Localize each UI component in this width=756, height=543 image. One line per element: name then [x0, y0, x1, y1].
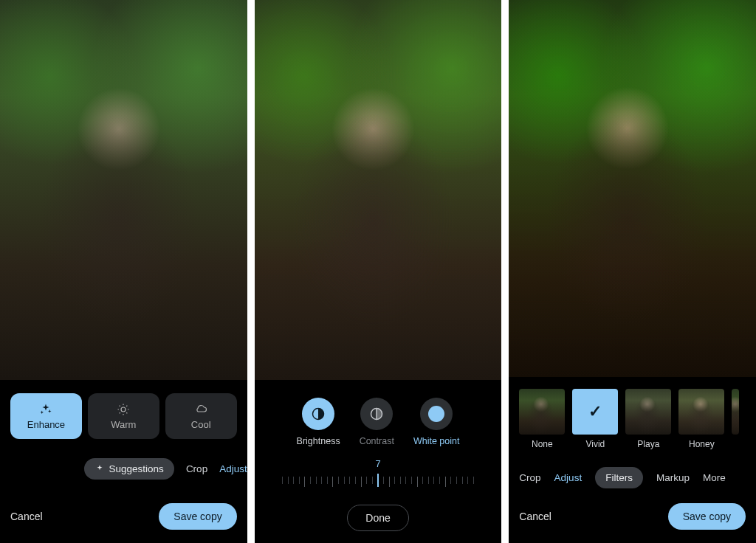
- filter-label: Honey: [689, 439, 715, 449]
- adjust-contrast[interactable]: Contrast: [360, 398, 394, 446]
- filter-thumbnails[interactable]: None ✓ Vivid Playa Honey: [509, 377, 756, 455]
- sparkle-icon: [94, 464, 105, 474]
- cancel-button[interactable]: Cancel: [10, 511, 43, 522]
- suggestion-cool[interactable]: Cool: [165, 393, 237, 439]
- suggestions-row: Enhance Warm Cool: [0, 380, 247, 449]
- tab-markup[interactable]: Markup: [656, 472, 690, 483]
- filter-thumb: [519, 389, 565, 435]
- slider-thumb[interactable]: [377, 474, 379, 487]
- filter-thumb: [625, 389, 671, 435]
- adjust-whitepoint[interactable]: White point: [413, 398, 460, 446]
- filter-thumb: [678, 389, 724, 435]
- filter-honey[interactable]: Honey: [678, 389, 724, 449]
- photo-preview[interactable]: [255, 0, 502, 380]
- tab-more[interactable]: More: [703, 472, 726, 483]
- phone-screen-filters: None ✓ Vivid Playa Honey Crop Adjust: [509, 0, 756, 543]
- suggestion-label: Warm: [111, 419, 136, 430]
- adjust-label: Brightness: [297, 436, 340, 446]
- footer-bar: Cancel Save copy: [0, 488, 247, 543]
- adjust-brightness[interactable]: Brightness: [297, 398, 340, 446]
- editor-tabs: Crop Adjust Filters Markup More: [509, 455, 756, 488]
- suggestion-label: Enhance: [27, 419, 65, 430]
- brightness-icon: [302, 398, 334, 430]
- filter-vivid[interactable]: ✓ Vivid: [572, 389, 618, 449]
- cancel-button[interactable]: Cancel: [519, 511, 551, 522]
- controls-panel: Enhance Warm Cool Suggestions: [0, 380, 247, 543]
- controls-panel: None ✓ Vivid Playa Honey Crop Adjust: [509, 377, 756, 543]
- phone-screen-suggestions: Enhance Warm Cool Suggestions: [0, 0, 247, 543]
- adjust-label: White point: [413, 436, 460, 446]
- tab-adjust[interactable]: Adjust: [554, 472, 583, 483]
- adjust-label: Contrast: [360, 436, 394, 446]
- suggestion-enhance[interactable]: Enhance: [10, 393, 82, 439]
- filter-more[interactable]: [732, 389, 739, 449]
- tab-filters[interactable]: Filters: [595, 467, 643, 488]
- whitepoint-icon: [420, 398, 453, 430]
- adjustment-slider[interactable]: 7: [255, 451, 502, 491]
- photo-preview[interactable]: [509, 0, 756, 377]
- filter-label: Playa: [637, 439, 659, 449]
- sparkle-icon: [39, 403, 52, 416]
- editor-tabs: Suggestions Crop Adjust: [0, 449, 247, 480]
- filter-playa[interactable]: Playa: [625, 389, 671, 449]
- filter-thumb: [732, 389, 739, 435]
- slider-track[interactable]: [282, 471, 474, 491]
- filter-label: Vivid: [585, 439, 605, 449]
- tab-crop[interactable]: Crop: [519, 472, 540, 483]
- phone-screen-adjust: Brightness Contrast White point 7: [255, 0, 502, 543]
- filter-thumb-selected: ✓: [572, 389, 618, 435]
- footer-bar: Cancel Save copy: [509, 488, 756, 543]
- photo-preview[interactable]: [0, 0, 247, 380]
- filter-none[interactable]: None: [519, 389, 565, 449]
- sun-icon: [117, 403, 130, 416]
- slider-value: 7: [375, 458, 380, 469]
- tab-adjust[interactable]: Adjust: [219, 463, 247, 474]
- suggestion-label: Cool: [191, 419, 211, 430]
- tab-crop[interactable]: Crop: [186, 463, 207, 474]
- adjustment-options: Brightness Contrast White point: [255, 380, 502, 451]
- tab-suggestions[interactable]: Suggestions: [84, 458, 174, 480]
- controls-panel: Brightness Contrast White point 7: [255, 380, 502, 543]
- done-button[interactable]: Done: [347, 505, 408, 531]
- check-icon: ✓: [588, 402, 602, 421]
- save-copy-button[interactable]: Save copy: [668, 503, 746, 530]
- suggestion-warm[interactable]: Warm: [88, 393, 159, 439]
- contrast-icon: [360, 398, 393, 430]
- filter-label: None: [532, 439, 553, 449]
- tab-label: Suggestions: [109, 463, 164, 474]
- save-copy-button[interactable]: Save copy: [159, 503, 236, 530]
- svg-point-0: [121, 407, 126, 412]
- cloud-icon: [193, 403, 208, 416]
